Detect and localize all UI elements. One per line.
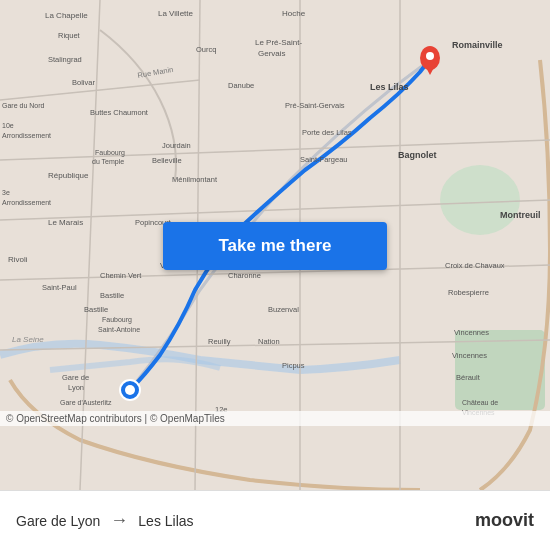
svg-text:Gare du Nord: Gare du Nord [2,102,45,109]
svg-text:Faubourg: Faubourg [95,149,125,157]
svg-text:Picpus: Picpus [282,361,305,370]
moovit-wordmark: moovit [475,510,534,531]
attribution-text: © OpenStreetMap contributors | © OpenMap… [6,413,225,424]
svg-text:Belleville: Belleville [152,156,182,165]
svg-text:Arrondissement: Arrondissement [2,132,51,139]
svg-text:La Chapelle: La Chapelle [45,11,88,20]
svg-text:Gervais: Gervais [258,49,286,58]
svg-text:Saint-Fargeau: Saint-Fargeau [300,155,348,164]
svg-text:Danube: Danube [228,81,254,90]
map-container: La Chapelle La Villette Hoche Romainvill… [0,0,550,490]
svg-text:Nation: Nation [258,337,280,346]
svg-text:Chemin Vert: Chemin Vert [100,271,142,280]
footer: Gare de Lyon → Les Lilas moovit [0,490,550,550]
svg-text:Charonne: Charonne [228,271,261,280]
svg-text:La Villette: La Villette [158,9,194,18]
svg-text:du Temple: du Temple [92,158,124,166]
origin-label: Gare de Lyon [16,513,100,529]
svg-point-1 [440,165,520,235]
svg-text:Ménilmontant: Ménilmontant [172,175,218,184]
svg-text:3e: 3e [2,189,10,196]
svg-text:Robespierre: Robespierre [448,288,489,297]
svg-point-73 [125,385,135,395]
svg-text:Arrondissement: Arrondissement [2,199,51,206]
svg-text:Riquet: Riquet [58,31,81,40]
svg-text:La Seine: La Seine [12,335,44,344]
svg-text:10e: 10e [2,122,14,129]
svg-text:Buttes Chaumont: Buttes Chaumont [90,108,149,117]
svg-text:Gare de: Gare de [62,373,89,382]
svg-text:Buzenval: Buzenval [268,305,299,314]
svg-text:Bagnolet: Bagnolet [398,150,437,160]
svg-point-76 [426,52,434,60]
svg-text:Saint-Paul: Saint-Paul [42,283,77,292]
svg-text:Montreuil: Montreuil [500,210,541,220]
svg-text:Hoche: Hoche [282,9,306,18]
svg-text:Porte des Lilas: Porte des Lilas [302,128,352,137]
svg-text:Bastille: Bastille [84,305,108,314]
svg-text:Bérault: Bérault [456,373,481,382]
svg-text:République: République [48,171,89,180]
svg-text:Le Pré-Saint-: Le Pré-Saint- [255,38,302,47]
svg-text:Gare d'Austerlitz: Gare d'Austerlitz [60,399,112,406]
svg-text:Croix de Chavaux: Croix de Chavaux [445,261,505,270]
svg-text:Lyon: Lyon [68,383,84,392]
svg-text:Reuilly: Reuilly [208,337,231,346]
svg-text:Romainville: Romainville [452,40,503,50]
svg-text:Pré-Saint-Gervais: Pré-Saint-Gervais [285,101,345,110]
direction-arrow: → [110,510,128,531]
map-attribution: © OpenStreetMap contributors | © OpenMap… [0,411,550,426]
svg-text:Le Marais: Le Marais [48,218,83,227]
svg-text:Vincennes: Vincennes [454,328,489,337]
svg-text:Saint-Antoine: Saint-Antoine [98,326,140,333]
svg-text:Vincennes: Vincennes [452,351,487,360]
svg-text:Faubourg: Faubourg [102,316,132,324]
take-me-there-button[interactable]: Take me there [163,222,387,270]
svg-text:Bolivar: Bolivar [72,78,95,87]
svg-text:Rivoli: Rivoli [8,255,28,264]
svg-text:Bastille: Bastille [100,291,124,300]
destination-label: Les Lilas [138,513,193,529]
svg-text:Les Lilas: Les Lilas [370,82,409,92]
svg-text:Jourdain: Jourdain [162,141,191,150]
svg-text:Stalingrad: Stalingrad [48,55,82,64]
moovit-logo: moovit [475,510,534,531]
svg-text:Château de: Château de [462,399,498,406]
svg-text:Ourcq: Ourcq [196,45,216,54]
